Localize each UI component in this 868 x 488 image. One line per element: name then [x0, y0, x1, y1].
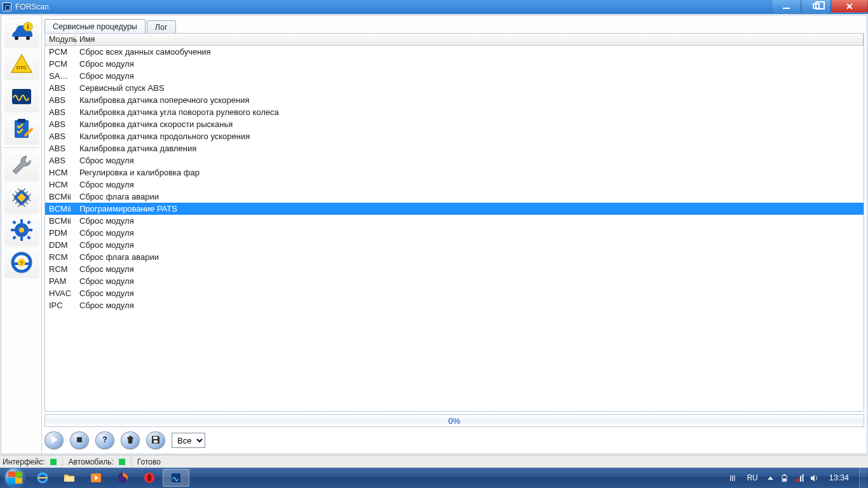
window-close-button[interactable]: ✕	[831, 0, 868, 13]
cell-name: Сброс модуля	[76, 155, 864, 166]
window-titlebar: FORScan ✕	[0, 0, 868, 14]
progress-text: 0%	[449, 416, 461, 426]
svg-rect-29	[27, 220, 31, 224]
svg-rect-24	[20, 219, 23, 223]
help-button[interactable]: ?	[95, 431, 114, 449]
filter-select[interactable]: Все	[172, 433, 205, 448]
table-row[interactable]: ABSСброс модуля	[45, 154, 864, 166]
svg-rect-51	[783, 474, 785, 475]
cell-module: PDM	[45, 227, 76, 238]
table-row[interactable]: PAMСброс модуля	[45, 275, 864, 287]
svg-rect-25	[20, 237, 23, 241]
tray-separator-icon[interactable]	[729, 473, 739, 483]
table-row[interactable]: BCMiiСброс флага аварии	[45, 191, 864, 203]
svg-line-21	[18, 204, 20, 207]
table-row[interactable]: IPCСброс модуля	[45, 299, 864, 311]
media-player-icon	[90, 471, 102, 484]
column-header-module[interactable]: Модуль	[45, 34, 76, 45]
delete-button[interactable]	[121, 431, 140, 449]
cell-module: DDM	[45, 240, 76, 250]
network-icon[interactable]	[795, 473, 804, 483]
table-row[interactable]: HVACСброс модуля	[45, 287, 864, 299]
cell-name: Программирование PATS	[76, 203, 864, 214]
vehicle-status-indicator	[119, 459, 125, 465]
table-row[interactable]: ABSКалибровка датчика продольного ускоре…	[45, 130, 864, 142]
table-row[interactable]: ABSКалибровка датчика угла поворота руле…	[45, 106, 864, 118]
file-explorer-icon	[63, 471, 76, 484]
cell-module: BCMii	[45, 215, 76, 226]
cell-module: BCMii	[45, 191, 76, 202]
sidebar-item-live-data[interactable]	[4, 81, 39, 113]
window-maximize-button[interactable]	[801, 0, 831, 13]
sidebar-item-config[interactable]	[4, 182, 39, 214]
table-row[interactable]: RCMСброс флага аварии	[45, 251, 864, 263]
svg-line-19	[12, 199, 15, 201]
sidebar-item-help[interactable]: ?	[4, 247, 39, 279]
table-row[interactable]: BCMiiСброс модуля	[45, 215, 864, 227]
forscan-icon	[170, 471, 182, 484]
battery-icon[interactable]	[780, 473, 790, 483]
language-indicator[interactable]: RU	[744, 473, 760, 482]
play-icon	[49, 435, 59, 447]
table-row[interactable]: HCMСброс модуля	[45, 179, 864, 191]
table-row[interactable]: ABSСервисный спуск ABS	[45, 82, 864, 94]
cell-name: Сброс флага аварии	[76, 191, 864, 202]
table-row[interactable]: SASMСброс модуля	[45, 70, 864, 82]
svg-line-14	[25, 201, 28, 204]
cell-name: Сервисный спуск ABS	[76, 83, 864, 93]
window-minimize-button[interactable]	[771, 0, 801, 13]
cell-name: Регулировка и калибровка фар	[76, 167, 864, 178]
sidebar-item-tests[interactable]	[4, 114, 39, 146]
system-tray: RU 13:34	[729, 468, 868, 488]
cell-module: BCMii	[45, 203, 76, 214]
interface-status-indicator	[50, 459, 57, 465]
cell-module: SASM	[45, 71, 76, 81]
cell-name: Калибровка датчика поперечного ускорения	[76, 95, 864, 105]
taskbar-item-forscan[interactable]	[163, 469, 189, 487]
table-row[interactable]: DDMСброс модуля	[45, 239, 864, 251]
table-row[interactable]: PCMСброс модуля	[45, 58, 864, 70]
table-row[interactable]: PDMСброс модуля	[45, 227, 864, 239]
start-button[interactable]	[0, 468, 29, 488]
tab-service-procedures[interactable]: Сервисные процедуры	[44, 19, 146, 33]
save-button[interactable]	[146, 431, 165, 449]
svg-rect-47	[730, 475, 731, 481]
table-row[interactable]: BCMiiПрограммирование PATS	[45, 203, 864, 215]
svg-line-13	[28, 199, 31, 201]
run-button[interactable]	[44, 431, 64, 449]
table-row[interactable]: ABSКалибровка датчика поперечного ускоре…	[45, 94, 864, 106]
sidebar-item-vehicle-info[interactable]: i	[4, 18, 39, 48]
stop-button[interactable]	[70, 431, 89, 449]
cell-module: PAM	[45, 276, 76, 287]
show-desktop-button[interactable]	[859, 468, 867, 488]
table-row[interactable]: PCMСброс всех данных самообучения	[45, 46, 864, 58]
table-row[interactable]: HCMРегулировка и калибровка фар	[45, 166, 864, 179]
svg-rect-54	[797, 478, 799, 482]
help-icon: ?	[100, 435, 110, 447]
cell-module: HCM	[45, 179, 76, 190]
cell-module: ABS	[45, 143, 76, 154]
taskbar-item-firefox[interactable]	[109, 469, 136, 487]
taskbar-clock[interactable]: 13:34	[824, 473, 854, 482]
taskbar-item-file-explorer[interactable]	[56, 469, 83, 487]
taskbar-item-internet-explorer[interactable]	[29, 469, 56, 487]
opera-icon	[143, 471, 156, 484]
taskbar-item-opera[interactable]	[136, 469, 163, 487]
sidebar-item-settings[interactable]	[4, 215, 39, 247]
table-row[interactable]: ABSКалибровка датчика давления	[45, 142, 864, 154]
column-header-name[interactable]: Имя	[76, 34, 864, 45]
sidebar-item-dtc[interactable]: DTC	[4, 49, 39, 81]
table-row[interactable]: ABSКалибровка датчика скорости рысканья	[45, 118, 864, 130]
svg-rect-52	[783, 478, 786, 481]
tab-log[interactable]: Лог	[147, 20, 176, 33]
svg-rect-38	[153, 437, 158, 439]
save-icon	[151, 435, 161, 447]
svg-rect-53	[796, 480, 797, 482]
taskbar-item-media-player[interactable]	[83, 469, 109, 487]
cell-module: RCM	[45, 252, 76, 262]
svg-point-45	[147, 474, 152, 482]
sidebar-item-service[interactable]	[4, 150, 39, 182]
table-row[interactable]: RCMСброс модуля	[45, 263, 864, 275]
volume-icon[interactable]	[810, 473, 819, 483]
show-hidden-icons-icon[interactable]	[766, 473, 775, 483]
